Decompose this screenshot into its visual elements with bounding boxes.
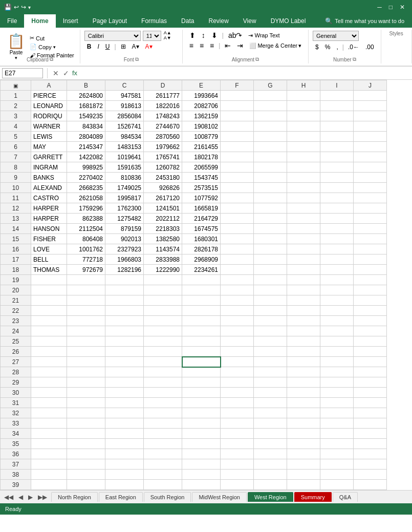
row-header-5[interactable]: 5 — [1, 132, 31, 142]
cell-b4[interactable]: 843834 — [67, 121, 105, 132]
cell-e14[interactable]: 1674575 — [182, 224, 221, 234]
row-header-13[interactable]: 13 — [1, 214, 31, 224]
cell-i35[interactable] — [320, 439, 354, 449]
cell-b26[interactable] — [67, 347, 105, 357]
cell-f22[interactable] — [221, 306, 254, 316]
cell-g37[interactable] — [254, 459, 287, 470]
cell-e22[interactable] — [182, 306, 221, 316]
cell-g33[interactable] — [254, 418, 287, 429]
undo-icon[interactable]: ↩ — [14, 4, 19, 11]
cell-h35[interactable] — [287, 439, 320, 449]
cell-d30[interactable] — [144, 388, 182, 398]
cell-b18[interactable]: 972679 — [67, 265, 105, 275]
cell-e7[interactable]: 1802178 — [182, 152, 221, 162]
align-right-button[interactable]: ≡ — [207, 41, 216, 50]
cell-i1[interactable] — [320, 91, 354, 101]
cell-j39[interactable] — [354, 480, 387, 490]
row-header-4[interactable]: 4 — [1, 121, 31, 132]
cell-i27[interactable] — [320, 357, 354, 367]
cell-f25[interactable] — [221, 336, 254, 347]
cell-j35[interactable] — [354, 439, 387, 449]
cell-d7[interactable]: 1765741 — [144, 152, 182, 162]
tab-nav-first[interactable]: ◀◀ — [2, 493, 15, 502]
cell-a24[interactable] — [31, 326, 67, 336]
cell-j14[interactable] — [354, 224, 387, 234]
row-header-17[interactable]: 17 — [1, 254, 31, 265]
cell-j21[interactable] — [354, 295, 387, 306]
cell-g32[interactable] — [254, 408, 287, 418]
cell-h3[interactable] — [287, 111, 320, 121]
cell-c10[interactable]: 1749025 — [105, 183, 144, 193]
cell-c8[interactable]: 1591635 — [105, 162, 144, 173]
cell-a27[interactable] — [31, 357, 67, 367]
cell-a29[interactable] — [31, 377, 67, 388]
cell-i34[interactable] — [320, 429, 354, 439]
row-header-9[interactable]: 9 — [1, 173, 31, 183]
cell-c32[interactable] — [105, 408, 144, 418]
cell-e23[interactable] — [182, 316, 221, 326]
cell-e17[interactable]: 2968909 — [182, 254, 221, 265]
row-header-21[interactable]: 21 — [1, 295, 31, 306]
cell-c30[interactable] — [105, 388, 144, 398]
cell-b19[interactable] — [67, 275, 105, 285]
cell-j36[interactable] — [354, 449, 387, 459]
cut-button[interactable]: ✂ Cut — [28, 34, 76, 42]
cell-i23[interactable] — [320, 316, 354, 326]
row-header-33[interactable]: 33 — [1, 418, 31, 429]
cell-f14[interactable] — [221, 224, 254, 234]
cell-i32[interactable] — [320, 408, 354, 418]
row-header-24[interactable]: 24 — [1, 326, 31, 336]
cell-i39[interactable] — [320, 480, 354, 490]
cell-d39[interactable] — [144, 480, 182, 490]
cell-a30[interactable] — [31, 388, 67, 398]
cell-c38[interactable] — [105, 470, 144, 480]
cell-i9[interactable] — [320, 173, 354, 183]
merge-center-button[interactable]: ⬜ Merge & Center ▾ — [247, 41, 304, 50]
cell-d20[interactable] — [144, 285, 182, 295]
cell-b30[interactable] — [67, 388, 105, 398]
cell-f11[interactable] — [221, 193, 254, 203]
cell-j15[interactable] — [354, 234, 387, 244]
cell-g38[interactable] — [254, 470, 287, 480]
cell-e8[interactable]: 2065599 — [182, 162, 221, 173]
cell-f30[interactable] — [221, 388, 254, 398]
confirm-formula-button[interactable]: ✓ — [62, 69, 70, 77]
cell-c25[interactable] — [105, 336, 144, 347]
cell-a18[interactable]: THOMAS — [31, 265, 67, 275]
cell-h23[interactable] — [287, 316, 320, 326]
cell-b11[interactable]: 2621058 — [67, 193, 105, 203]
decrease-decimal-button[interactable]: .0← — [345, 42, 362, 52]
cell-g27[interactable] — [254, 357, 287, 367]
cell-h5[interactable] — [287, 132, 320, 142]
cell-i4[interactable] — [320, 121, 354, 132]
cell-e28[interactable] — [182, 367, 221, 377]
border-button[interactable]: ⊞ — [118, 42, 128, 51]
cell-g10[interactable] — [254, 183, 287, 193]
row-header-36[interactable]: 36 — [1, 449, 31, 459]
cell-a12[interactable]: HARPER — [31, 203, 67, 214]
cell-a20[interactable] — [31, 285, 67, 295]
cell-d2[interactable]: 1822016 — [144, 101, 182, 111]
cell-b31[interactable] — [67, 398, 105, 408]
cell-h21[interactable] — [287, 295, 320, 306]
align-left-button[interactable]: ≡ — [187, 41, 196, 50]
cancel-formula-button[interactable]: ✕ — [52, 69, 60, 77]
cell-d5[interactable]: 2870560 — [144, 132, 182, 142]
tab-dymo[interactable]: DYMO Label — [264, 14, 313, 28]
cell-d1[interactable]: 2611777 — [144, 91, 182, 101]
cell-e20[interactable] — [182, 285, 221, 295]
row-header-28[interactable]: 28 — [1, 367, 31, 377]
cell-g25[interactable] — [254, 336, 287, 347]
cell-b38[interactable] — [67, 470, 105, 480]
cell-g16[interactable] — [254, 244, 287, 254]
cell-j16[interactable] — [354, 244, 387, 254]
row-header-35[interactable]: 35 — [1, 439, 31, 449]
decrease-indent-button[interactable]: ⇤ — [222, 41, 233, 50]
cell-h34[interactable] — [287, 429, 320, 439]
row-header-34[interactable]: 34 — [1, 429, 31, 439]
cell-f12[interactable] — [221, 203, 254, 214]
cell-g1[interactable] — [254, 91, 287, 101]
cell-g12[interactable] — [254, 203, 287, 214]
comma-button[interactable]: , — [334, 42, 340, 52]
cell-d3[interactable]: 1748243 — [144, 111, 182, 121]
